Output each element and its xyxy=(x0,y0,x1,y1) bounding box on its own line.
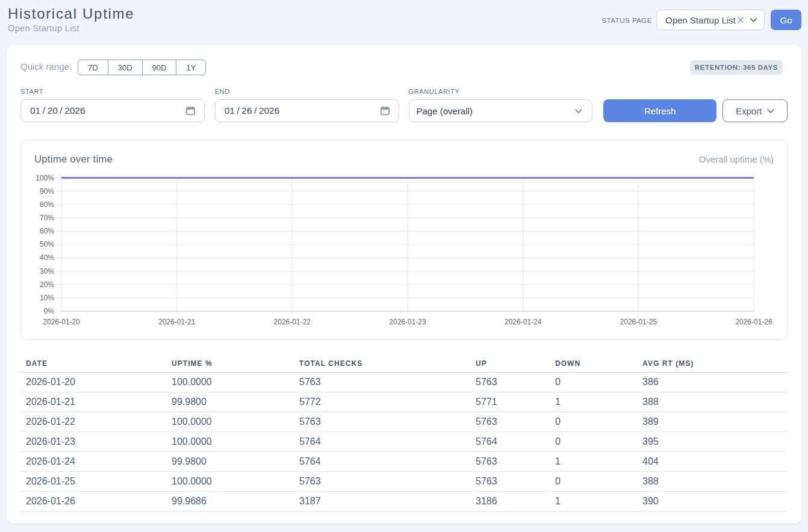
svg-text:2026-01-24: 2026-01-24 xyxy=(505,318,542,326)
svg-text:90%: 90% xyxy=(40,187,54,196)
svg-text:10%: 10% xyxy=(40,294,54,302)
svg-text:2026-01-21: 2026-01-21 xyxy=(158,318,196,326)
svg-text:70%: 70% xyxy=(40,214,54,222)
svg-text:2026-01-23: 2026-01-23 xyxy=(389,318,426,326)
svg-text:60%: 60% xyxy=(40,227,54,235)
svg-text:2026-01-26: 2026-01-26 xyxy=(735,318,772,326)
svg-text:20%: 20% xyxy=(40,280,54,289)
svg-text:50%: 50% xyxy=(40,240,54,249)
svg-text:30%: 30% xyxy=(40,267,54,276)
svg-text:2026-01-20: 2026-01-20 xyxy=(43,318,80,326)
svg-text:Uptime over time: Uptime over time xyxy=(34,153,113,165)
svg-text:80%: 80% xyxy=(40,200,54,209)
svg-text:Overall uptime (%): Overall uptime (%) xyxy=(699,154,774,164)
svg-text:2026-01-25: 2026-01-25 xyxy=(620,318,657,326)
svg-text:2026-01-22: 2026-01-22 xyxy=(274,318,311,326)
svg-text:40%: 40% xyxy=(40,253,54,262)
svg-text:100%: 100% xyxy=(36,174,54,182)
svg-text:0%: 0% xyxy=(44,307,55,315)
